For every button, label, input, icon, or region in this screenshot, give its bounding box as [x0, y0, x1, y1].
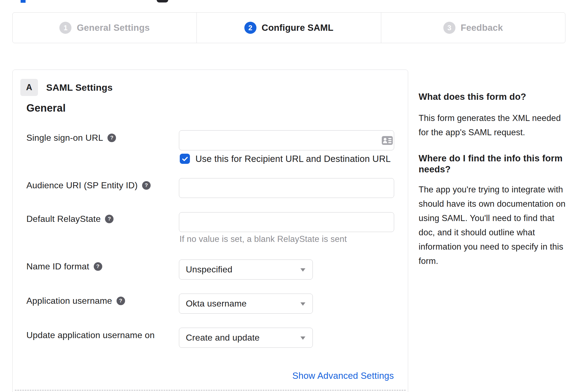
step-2-label: Configure SAML — [262, 23, 333, 33]
step-configure-saml[interactable]: 2 Configure SAML — [197, 13, 381, 43]
name-id-format-value: Unspecified — [186, 264, 232, 275]
step-3-number-badge: 3 — [443, 22, 455, 34]
update-application-username-label-text: Update application username on — [26, 330, 155, 341]
help-sidebar: What does this form do? This form genera… — [419, 91, 570, 268]
section-a-badge: A — [20, 79, 38, 96]
application-username-label: Application username ? — [26, 295, 125, 306]
sidebar-q1-line: for the app's SAML request. — [419, 125, 570, 140]
sidebar-q2-line: should have its own documentation on — [419, 197, 570, 211]
saml-settings-panel: A SAML Settings General Single sign-on U… — [12, 70, 408, 392]
default-relaystate-input[interactable] — [179, 212, 394, 232]
single-sign-on-url-input[interactable] — [179, 130, 394, 150]
step-2-number-badge: 2 — [244, 22, 256, 34]
step-1-number-badge: 1 — [59, 22, 71, 34]
section-dashed-divider — [15, 390, 406, 391]
application-username-select[interactable]: Okta username — [179, 294, 313, 314]
cutoff-blue-fragment — [21, 0, 26, 3]
configure-saml-page: 1 General Settings 2 Configure SAML 3 Fe… — [0, 0, 575, 392]
name-id-format-select[interactable]: Unspecified — [179, 260, 313, 280]
audience-uri-label-text: Audience URI (SP Entity ID) — [26, 180, 138, 191]
step-3-label: Feedback — [461, 23, 503, 33]
sidebar-q1-heading: What does this form do? — [419, 91, 570, 102]
cutoff-dark-icon-fragment — [157, 0, 168, 2]
single-sign-on-url-label: Single sign-on URL ? — [26, 132, 116, 143]
sidebar-q2-line: information you need to specify in this — [419, 240, 570, 254]
sidebar-q2-line: The app you're trying to integrate with — [419, 183, 570, 197]
sidebar-q2-body: The app you're trying to integrate with … — [419, 183, 570, 268]
help-icon[interactable]: ? — [94, 262, 102, 271]
update-application-username-select[interactable]: Create and update — [179, 328, 313, 348]
relaystate-hint: If no value is set, a blank RelayState i… — [179, 234, 347, 244]
use-for-recipient-destination-label: Use this for Recipient URL and Destinati… — [195, 154, 391, 164]
audience-uri-label: Audience URI (SP Entity ID) ? — [26, 180, 151, 191]
application-username-label-text: Application username — [26, 295, 112, 306]
sidebar-q2-line: doc, and it should outline what — [419, 225, 570, 240]
use-for-recipient-destination-checkbox[interactable] — [180, 154, 190, 164]
name-id-format-label-text: Name ID format — [26, 261, 89, 272]
sidebar-q2-heading-line: Where do I find the info this form — [419, 153, 570, 164]
default-relaystate-label: Default RelayState ? — [26, 213, 114, 224]
help-icon[interactable]: ? — [117, 297, 125, 305]
sidebar-q2-heading-line: needs? — [419, 164, 570, 175]
panel-title: SAML Settings — [46, 79, 113, 96]
general-section-heading: General — [26, 102, 66, 114]
sidebar-q1-line: This form generates the XML needed — [419, 111, 570, 125]
help-icon[interactable]: ? — [105, 215, 114, 223]
step-1-label: General Settings — [77, 23, 150, 33]
audience-uri-input[interactable] — [179, 178, 394, 198]
update-application-username-label: Update application username on — [26, 330, 155, 341]
step-general-settings[interactable]: 1 General Settings — [13, 13, 197, 43]
checkmark-icon — [181, 155, 189, 162]
step-feedback[interactable]: 3 Feedback — [381, 13, 565, 43]
application-username-value: Okta username — [186, 299, 247, 309]
help-icon[interactable]: ? — [142, 181, 151, 190]
sidebar-q1-body: This form generates the XML needed for t… — [419, 111, 570, 140]
single-sign-on-url-label-text: Single sign-on URL — [26, 132, 103, 143]
default-relaystate-label-text: Default RelayState — [26, 213, 101, 224]
help-icon[interactable]: ? — [107, 134, 116, 142]
wizard-stepper: 1 General Settings 2 Configure SAML 3 Fe… — [12, 12, 565, 43]
sidebar-q2-line: form. — [419, 254, 570, 268]
show-advanced-settings-link[interactable]: Show Advanced Settings — [292, 371, 394, 381]
sidebar-q2-heading: Where do I find the info this form needs… — [419, 153, 570, 175]
sidebar-q2-line: using SAML. You'll need to find that — [419, 211, 570, 225]
name-id-format-label: Name ID format ? — [26, 261, 102, 272]
update-application-username-value: Create and update — [186, 333, 260, 343]
